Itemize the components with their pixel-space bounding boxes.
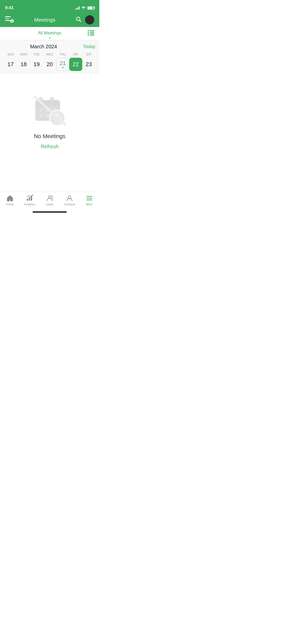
- svg-line-1: [80, 20, 81, 22]
- svg-rect-2: [88, 30, 89, 31]
- weekday-fri: FRI: [69, 53, 82, 56]
- day-17[interactable]: 17: [4, 58, 17, 71]
- nav-item-more[interactable]: More: [79, 195, 99, 206]
- weekday-thu: THU: [56, 53, 69, 56]
- svg-rect-6: [88, 34, 89, 35]
- day-18[interactable]: 18: [17, 58, 30, 71]
- wifi-icon: [81, 6, 86, 10]
- sub-header: All Meetings ▲: [0, 27, 99, 40]
- day-19[interactable]: 19: [30, 58, 43, 71]
- day-20[interactable]: 20: [43, 58, 56, 71]
- svg-rect-13: [39, 108, 44, 112]
- svg-rect-25: [31, 196, 32, 201]
- signal-icon: [75, 6, 80, 10]
- battery-icon: [87, 6, 94, 10]
- svg-rect-23: [27, 199, 28, 201]
- svg-rect-3: [90, 30, 94, 31]
- svg-point-27: [48, 196, 51, 198]
- weekday-sat: SAT: [82, 53, 95, 56]
- nav-label-contacts: Contacts: [64, 203, 75, 206]
- analytics-icon: [26, 195, 33, 202]
- contacts-icon: [66, 195, 73, 202]
- weekday-sun: SUN: [4, 53, 17, 56]
- settings-menu-icon[interactable]: [5, 16, 14, 23]
- nav-label-home: Home: [6, 203, 13, 206]
- day-23[interactable]: 23: [82, 58, 95, 71]
- weekday-mon: MON: [17, 53, 30, 56]
- svg-rect-24: [29, 197, 30, 201]
- status-time: 9:41: [5, 5, 14, 10]
- more-icon: [86, 195, 93, 202]
- list-view-button[interactable]: [88, 30, 94, 37]
- svg-rect-16: [39, 114, 44, 117]
- svg-point-26: [32, 195, 33, 196]
- event-dot: [62, 67, 63, 68]
- header-title: Meetings: [34, 17, 56, 23]
- svg-rect-10: [36, 103, 60, 106]
- all-meetings-tab[interactable]: All Meetings ▲: [38, 31, 62, 39]
- weekday-tue: TUE: [30, 53, 43, 56]
- tab-arrow-icon: ▲: [48, 36, 51, 39]
- nav-label-more: More: [86, 203, 92, 206]
- calendar-header: March 2024 Today: [4, 44, 95, 50]
- calendar-section: March 2024 Today SUN MON TUE WED THU FRI…: [0, 40, 99, 74]
- nav-item-home[interactable]: Home: [0, 195, 20, 206]
- refresh-button[interactable]: Refresh: [41, 144, 59, 150]
- svg-point-12: [50, 97, 54, 101]
- svg-rect-7: [90, 34, 94, 35]
- nav-item-leads[interactable]: Leads: [40, 195, 60, 206]
- all-meetings-label: All Meetings: [38, 31, 62, 36]
- nav-label-leads: Leads: [46, 203, 53, 206]
- today-button[interactable]: Today: [83, 44, 95, 49]
- day-22-selected[interactable]: 22: [69, 58, 82, 71]
- no-meetings-message: No Meetings: [34, 133, 65, 140]
- weekdays-row: SUN MON TUE WED THU FRI SAT: [4, 53, 95, 56]
- header-left: [5, 16, 14, 23]
- status-icons: [75, 6, 94, 10]
- avatar[interactable]: [85, 15, 94, 24]
- nav-label-analytics: Analytics: [24, 203, 35, 206]
- svg-rect-5: [90, 32, 94, 33]
- weekday-wed: WED: [43, 53, 56, 56]
- status-bar: 9:41: [0, 0, 99, 13]
- home-icon: [6, 195, 13, 202]
- app-header: Meetings: [0, 13, 99, 27]
- days-row: 17 18 19 20 21 22 23: [4, 58, 95, 71]
- nav-item-analytics[interactable]: Analytics: [20, 195, 40, 206]
- svg-point-28: [51, 196, 53, 198]
- svg-rect-4: [88, 32, 89, 33]
- empty-state: No Meetings Refresh: [0, 74, 99, 170]
- header-right: [75, 15, 94, 24]
- search-button[interactable]: [75, 16, 82, 24]
- nav-item-contacts[interactable]: Contacts: [60, 195, 79, 206]
- no-meetings-icon: [33, 94, 66, 127]
- gear-icon: [10, 19, 14, 23]
- day-21-today[interactable]: 21: [56, 58, 69, 71]
- month-year-label: March 2024: [4, 44, 83, 50]
- home-indicator: [33, 211, 67, 213]
- leads-icon: [46, 195, 53, 202]
